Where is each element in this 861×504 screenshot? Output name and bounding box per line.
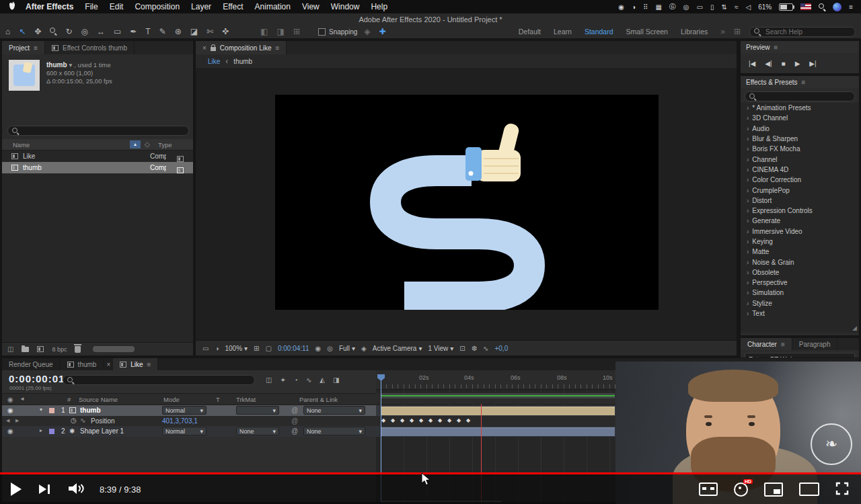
play-button[interactable]: ▶ [795,60,800,67]
disclosure-icon[interactable]: › [747,135,749,142]
pixel-aspect-icon[interactable]: ⊡ [459,345,465,352]
disclosure-icon[interactable]: › [747,176,749,183]
effects-category[interactable]: ›* Animation Presets [741,103,859,113]
sidecar-icon[interactable]: ▯ [710,3,714,11]
layer-name[interactable]: thumb [80,407,101,414]
expand-icon[interactable]: ▾ [40,407,42,413]
disclosure-icon[interactable]: › [747,125,749,132]
column-mode[interactable]: Mode [163,396,180,403]
disclosure-icon[interactable]: › [747,269,749,276]
composition-view[interactable] [275,95,659,310]
menu-animation[interactable]: Animation [255,2,291,11]
workspace-learn[interactable]: Learn [554,28,572,36]
menu-app-name[interactable]: After Effects [26,2,73,11]
menu-file[interactable]: File [85,2,98,11]
layer-bar-shape[interactable] [381,427,615,436]
keyframe-icon[interactable]: ◆ [466,418,470,423]
eraser-tool[interactable]: ◪ [190,28,198,36]
disclosure-icon[interactable]: › [747,207,749,214]
effects-category[interactable]: ›Immersive Video [741,226,859,237]
effects-category[interactable]: ›Audio [741,124,859,134]
fast-previews-icon[interactable]: ❆ [472,345,477,352]
help-search-input[interactable] [764,28,851,36]
roto-brush-tool[interactable]: ✄ [207,28,213,36]
keyframe-icon[interactable]: ◆ [428,418,433,423]
menu-layer[interactable]: Layer [191,2,211,11]
brainstorm-icon[interactable]: ◨ [333,376,339,384]
current-time-display[interactable]: 0:00:00:01 [9,373,65,384]
workspace-default[interactable]: Default [519,28,541,36]
layer-bar-thumb[interactable] [381,407,615,415]
workspace-libraries[interactable]: Libraries [681,28,708,36]
graph-editor-icon[interactable]: ◭ [320,376,325,384]
stop-button[interactable]: ■ [782,60,786,67]
color-depth-button[interactable]: 8 bpc [52,346,67,353]
rotation-tool[interactable]: ↻ [65,28,72,36]
expression-pickwhip-icon[interactable]: @ [291,417,298,425]
camera-tool[interactable]: ◎ [81,28,87,36]
disclosure-icon[interactable]: › [747,166,749,173]
effects-category[interactable]: ›CINEMA 4D [741,165,859,175]
graph-toggle-icon[interactable]: ∿ [80,417,85,424]
grammarly-icon[interactable]: Ⓖ [669,2,676,11]
tab-project[interactable]: Project ≡ [2,41,45,54]
effects-category[interactable]: ›Noise & Grain [741,257,859,267]
column-trkmat[interactable]: TrkMat [236,396,256,403]
type-tool[interactable]: T [145,28,150,36]
pan-behind-tool[interactable]: ↔ [97,28,105,36]
video-settings-button[interactable]: HD [734,482,748,497]
menu-help[interactable]: Help [371,2,387,11]
eye-column-icon[interactable]: ◉ [7,396,13,403]
keyframe-icon[interactable]: ◆ [457,418,461,423]
workspace-small-screen[interactable]: Small Screen [626,28,668,36]
property-name[interactable]: Position [91,417,115,425]
keyframe-icon[interactable]: ◆ [381,418,385,423]
close-icon[interactable]: × [202,44,207,52]
workspace-manager-icon[interactable]: ⊞ [734,28,741,36]
disclosure-icon[interactable]: › [747,104,749,112]
moon-icon[interactable]: ◑ [632,3,636,11]
frame-blending-icon[interactable]: ◔ [294,376,298,384]
effects-search-field[interactable] [745,91,855,101]
camera-status-icon[interactable]: ◎ [683,3,689,11]
fullscreen-button[interactable] [835,482,849,497]
panel-menu-icon[interactable]: ≡ [276,44,280,52]
panel-menu-icon[interactable]: ≡ [147,361,151,368]
new-folder-icon[interactable] [22,347,29,352]
puppet-pin-tool[interactable]: ✜ [222,28,229,36]
keyframe-next-icon[interactable]: ▶ [15,418,19,423]
layer-row-shape[interactable]: ◉ ▸ 2 ✱ Shape Layer 1 Normal▾ None▾ @ No… [2,426,376,437]
panel-menu-icon[interactable]: ≡ [34,44,38,52]
disclosure-icon[interactable]: › [747,197,749,204]
magnification-menu[interactable]: 100%▾ [225,345,248,352]
trkmat-dropdown[interactable]: None▾ [236,427,279,435]
hand-tool[interactable]: ✥ [34,28,41,36]
tab-character[interactable]: Character ≡ [741,338,792,350]
blend-mode-dropdown[interactable]: Normal▾ [162,427,207,435]
viewer-timecode[interactable]: 0:00:04:11 [278,345,309,352]
video-next-button[interactable] [39,485,50,494]
disclosure-icon[interactable]: › [747,145,749,153]
timeline-search-field[interactable] [63,375,255,385]
brush-tool[interactable]: ✎ [159,28,166,36]
parent-dropdown[interactable]: None▾ [303,427,365,435]
display-icon[interactable]: ▭ [697,3,703,11]
parent-dropdown[interactable]: None▾ [303,406,365,415]
first-frame-button[interactable]: |◀ [749,60,755,67]
layer-name[interactable]: Shape Layer 1 [80,427,124,435]
project-search-field[interactable] [7,126,189,136]
shape-tool[interactable]: ▭ [114,28,121,36]
tab-composition-like[interactable]: × Composition Like ≡ [196,41,287,54]
lock-icon[interactable] [211,47,216,51]
panel-menu-icon[interactable]: ≡ [781,341,785,348]
snapshot-icon[interactable]: ◉ [315,345,321,352]
disclosure-icon[interactable]: › [747,156,749,163]
zoom-tool[interactable] [50,28,57,36]
effects-category[interactable]: ›Boris FX Mocha [741,144,859,154]
control-center-icon[interactable]: ≡ [849,3,853,11]
column-number[interactable]: # [67,396,71,403]
subtitles-button[interactable] [699,482,718,496]
column-parent-link[interactable]: Parent & Link [299,396,338,403]
sort-ascending-icon[interactable]: ▲ [130,140,141,149]
panel-menu-icon[interactable]: ≡ [774,44,778,51]
